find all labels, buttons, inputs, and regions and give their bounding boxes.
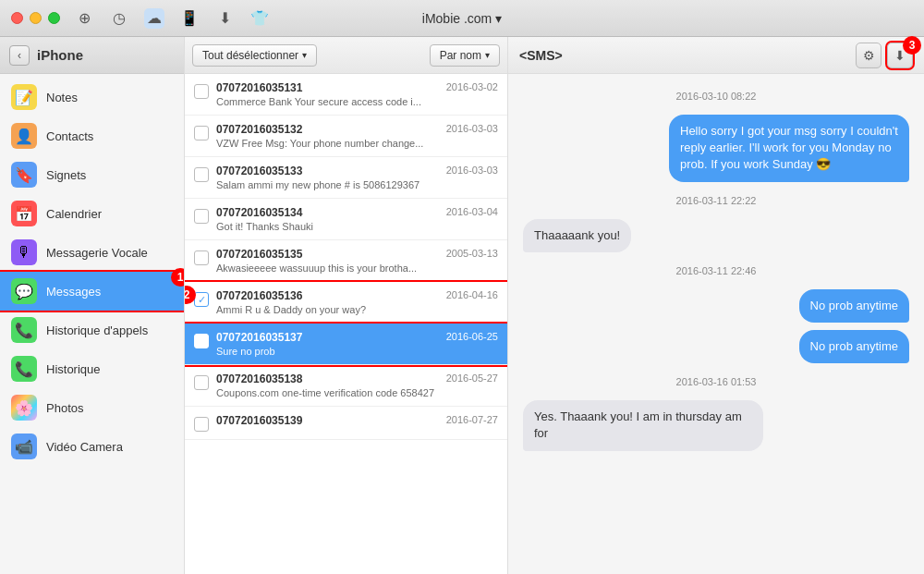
list-item[interactable]: ✓ 07072016035137 2016-06-25 Sure no prob: [185, 324, 507, 365]
message-checkbox[interactable]: ✓: [194, 292, 209, 307]
message-number: 07072016035133: [216, 165, 302, 177]
message-number: 07072016035138: [216, 372, 302, 385]
message-checkbox[interactable]: [194, 84, 209, 99]
chat-message-sent: No prob anytime: [523, 330, 909, 363]
list-item[interactable]: 07072016035138 2016-05-27 Coupons.com on…: [185, 365, 507, 407]
minimize-button[interactable]: [30, 12, 42, 24]
clock-icon[interactable]: ◷: [109, 8, 129, 29]
messages-icon: 💬: [11, 278, 37, 304]
settings-button[interactable]: ⚙: [856, 43, 881, 68]
chat-message-received: Thaaaaank you!: [523, 219, 909, 252]
sort-button[interactable]: Par nom ▾: [430, 44, 500, 67]
message-preview: Sure no prob: [216, 346, 498, 357]
message-date: 2016-05-27: [446, 372, 498, 385]
sidebar-item-label: Signets: [46, 168, 86, 182]
chat-title: <SMS>: [519, 48, 563, 63]
contacts-icon: 👤: [11, 123, 37, 149]
message-checkbox[interactable]: [194, 417, 209, 432]
sidebar-item-label: Messages: [46, 285, 101, 299]
chat-timestamp: 2016-03-10 08:22: [523, 91, 909, 102]
sidebar-item-label: Historique: [46, 362, 101, 376]
message-content: 07072016035133 2016-03-03 Salam ammi my …: [216, 165, 498, 190]
message-header: 07072016035138 2016-05-27: [216, 372, 498, 385]
list-item[interactable]: 07072016035134 2016-03-04 Got it! Thanks…: [185, 199, 507, 240]
sidebar-item-label: Calendrier: [46, 207, 102, 221]
app-title: iMobie .com ▾: [422, 11, 502, 26]
message-number: 07072016035139: [216, 414, 302, 427]
shirt-icon[interactable]: 👕: [249, 8, 270, 29]
pin-icon[interactable]: ⊕: [74, 8, 94, 29]
message-number: 07072016035132: [216, 123, 302, 136]
message-preview: Akwasieeeee wassuuup this is your brotha…: [216, 263, 498, 274]
list-item[interactable]: 07072016035133 2016-03-03 Salam ammi my …: [185, 157, 507, 199]
deselect-label: Tout désélectionner: [202, 49, 298, 62]
message-checkbox[interactable]: [194, 375, 209, 390]
list-item[interactable]: 2 ✓ 07072016035136 2016-04-16 Ammi R u &…: [185, 282, 507, 324]
sidebar-item-history[interactable]: 📞 Historique: [0, 349, 184, 388]
chat-timestamp: 2016-03-11 22:46: [523, 265, 909, 276]
message-date: 2016-03-03: [446, 123, 498, 136]
sidebar-item-label: Contacts: [46, 129, 93, 143]
message-checkbox[interactable]: [194, 167, 209, 182]
cloud-icon[interactable]: ☁: [144, 8, 164, 29]
middle-panel: Tout désélectionner ▾ Par nom ▾ 07072016…: [185, 37, 508, 574]
sidebar-item-call-history[interactable]: 📞 Historique d'appels: [0, 311, 184, 349]
sidebar-item-photos[interactable]: 🌸 Photos: [0, 388, 184, 427]
message-number: 07072016035136: [216, 289, 302, 302]
message-header: 07072016035135 2005-03-13: [216, 248, 498, 261]
titlebar-app-icons: ⊕ ◷ ☁ 📱 ⬇ 👕: [74, 8, 270, 29]
sidebar-item-label: Photos: [46, 401, 83, 415]
message-number: 07072016035135: [216, 248, 302, 261]
message-preview: VZW Free Msg: Your phone number change..…: [216, 138, 498, 149]
call-history-icon: 📞: [11, 317, 37, 343]
download-icon[interactable]: ⬇: [214, 8, 235, 29]
sidebar-item-label: Messagerie Vocale: [46, 246, 148, 260]
sidebar: ‹ iPhone 📝 Notes 👤 Contacts 🔖 Signets 📅 …: [0, 37, 185, 574]
list-item[interactable]: 07072016035139 2016-07-27: [185, 407, 507, 440]
sidebar-title: iPhone: [37, 47, 83, 63]
main-layout: ‹ iPhone 📝 Notes 👤 Contacts 🔖 Signets 📅 …: [0, 37, 924, 574]
list-item[interactable]: 07072016035131 2016-03-02 Commerce Bank …: [185, 74, 507, 116]
sidebar-item-messages[interactable]: 💬 Messages 1: [0, 272, 184, 311]
message-checkbox[interactable]: ✓: [194, 334, 209, 348]
message-content: 07072016035137 2016-06-25 Sure no prob: [216, 331, 498, 357]
back-button[interactable]: ‹: [9, 45, 30, 66]
message-date: 2016-03-02: [446, 81, 498, 94]
message-header: 07072016035131 2016-03-02: [216, 81, 498, 94]
message-header: 07072016035136 2016-04-16: [216, 289, 498, 302]
close-button[interactable]: [11, 12, 23, 24]
list-item[interactable]: 07072016035132 2016-03-03 VZW Free Msg: …: [185, 116, 507, 157]
message-preview: Coupons.com one-time verification code 6…: [216, 387, 498, 398]
sidebar-item-signets[interactable]: 🔖 Signets: [0, 155, 184, 194]
header-actions: ⚙ ⬇ 3: [856, 43, 913, 68]
sidebar-item-video[interactable]: 📹 Vidéo Camera: [0, 427, 184, 466]
message-checkbox[interactable]: [194, 126, 209, 140]
chat-bubble: Yes. Thaaank you! I am in thursday am fo…: [523, 400, 763, 450]
deselect-all-button[interactable]: Tout désélectionner ▾: [192, 44, 317, 67]
sidebar-item-contacts[interactable]: 👤 Contacts: [0, 116, 184, 155]
message-content: 07072016035134 2016-03-04 Got it! Thanks…: [216, 206, 498, 232]
middle-toolbar: Tout désélectionner ▾ Par nom ▾: [185, 37, 507, 74]
message-header: 07072016035139 2016-07-27: [216, 414, 498, 427]
sidebar-item-voicemail[interactable]: 🎙 Messagerie Vocale: [0, 233, 184, 272]
message-preview: Commerce Bank Your secure access code i.…: [216, 96, 498, 107]
chat-bubble: No prob anytime: [799, 289, 909, 323]
chat-bubble: Hello sorry I got your msg sorry I could…: [669, 115, 909, 182]
phone-icon[interactable]: 📱: [179, 8, 200, 29]
message-number: 07072016035131: [216, 81, 302, 94]
sidebar-item-label: Historique d'appels: [46, 324, 148, 337]
message-preview: Got it! Thanks Shauki: [216, 221, 498, 232]
right-panel: <SMS> ⚙ ⬇ 3 2016-03-10 08:22 Hello sorry…: [508, 37, 924, 574]
message-checkbox[interactable]: [194, 209, 209, 224]
message-header: 07072016035137 2016-06-25: [216, 331, 498, 344]
back-icon: ‹: [18, 49, 21, 62]
message-content: 07072016035132 2016-03-03 VZW Free Msg: …: [216, 123, 498, 149]
message-checkbox[interactable]: [194, 250, 209, 265]
chat-message-sent: No prob anytime: [523, 289, 909, 323]
export-button[interactable]: ⬇ 3: [887, 43, 913, 68]
list-item[interactable]: 07072016035135 2005-03-13 Akwasieeeee wa…: [185, 240, 507, 282]
annotation-badge-1: 1: [171, 268, 184, 287]
maximize-button[interactable]: [48, 12, 60, 24]
sidebar-item-calendar[interactable]: 📅 Calendrier: [0, 194, 184, 233]
sidebar-item-notes[interactable]: 📝 Notes: [0, 78, 184, 116]
